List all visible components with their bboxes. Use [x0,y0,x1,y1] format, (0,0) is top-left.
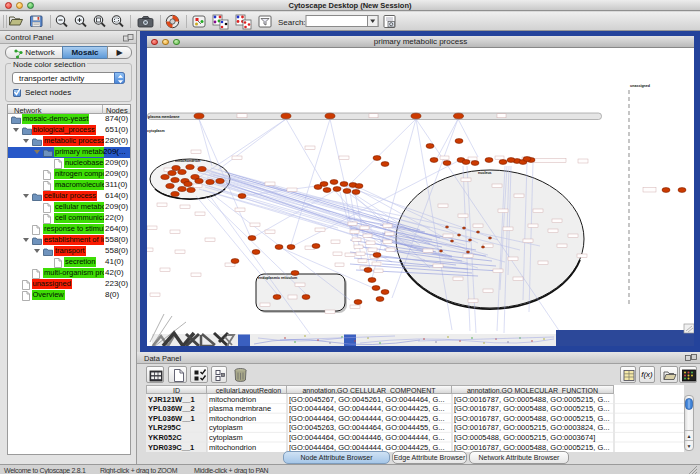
svg-text:endoplasmic reticulum: endoplasmic reticulum [258,276,297,280]
svg-text:plasma membrane: plasma membrane [148,115,180,119]
svg-text:mitochondrion: mitochondrion [175,159,200,163]
svg-text:nucleus: nucleus [478,171,492,175]
svg-text:cytoplasm: cytoplasm [147,129,165,133]
svg-text:unassigned: unassigned [630,84,650,88]
svg-text:Search:: Search: [278,18,306,27]
